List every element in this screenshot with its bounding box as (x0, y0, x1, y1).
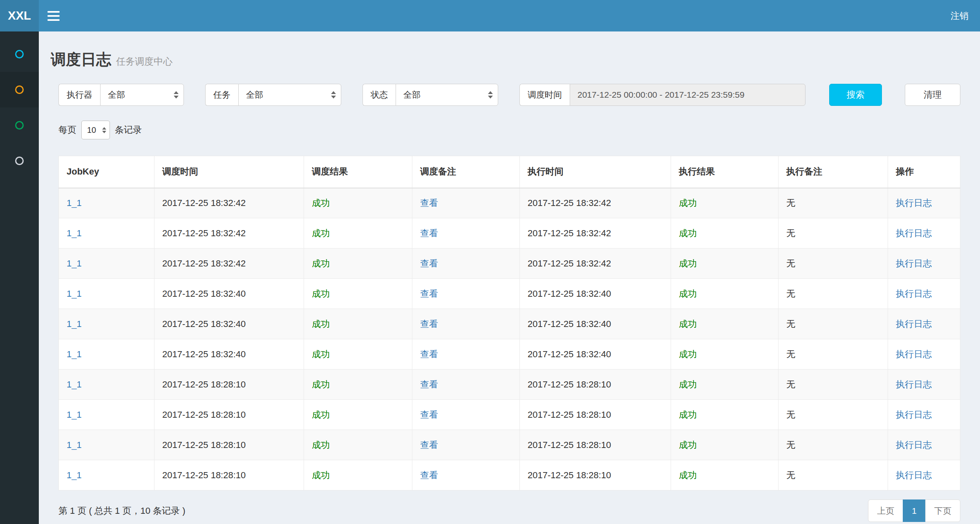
jobkey-link[interactable]: 1_1 (67, 258, 82, 269)
content-body: 执行器 全部 任务 全部 状态 全部 (39, 84, 980, 522)
trigger-msg-view-link[interactable]: 查看 (420, 228, 438, 238)
handle-time-text: 2017-12-25 18:28:10 (528, 410, 611, 420)
current-page-button[interactable]: 1 (903, 499, 926, 522)
handle-result-text-cell: 成功 (671, 249, 779, 279)
trigger-result-text: 成功 (312, 410, 330, 420)
execution-log-link[interactable]: 执行日志 (896, 258, 932, 269)
pagination: 上页 1 下页 (868, 499, 960, 522)
circle-outline-icon (15, 50, 24, 58)
execution-log-link[interactable]: 执行日志 (896, 228, 932, 238)
handle-result-text-cell: 成功 (671, 309, 779, 339)
handle-msg-text-cell: 无 (779, 188, 888, 218)
filter-bar: 执行器 全部 任务 全部 状态 全部 (58, 84, 960, 106)
jobkey-link[interactable]: 1_1 (67, 319, 82, 329)
jobkey-link[interactable]: 1_1 (67, 349, 82, 359)
handle-msg-text: 无 (786, 379, 795, 390)
trigger-result-text-cell: 成功 (304, 279, 412, 309)
trigger-msg-view-link[interactable]: 查看 (420, 470, 438, 480)
column-header-2: 调度时间 (154, 156, 304, 188)
sidebar (0, 31, 39, 524)
trigger-time-range-input[interactable] (570, 84, 805, 106)
execution-log-link[interactable]: 执行日志 (896, 319, 932, 329)
trigger-time-text-cell: 2017-12-25 18:32:40 (154, 339, 304, 369)
column-header-5: 执行时间 (520, 156, 671, 188)
prev-page-button[interactable]: 上页 (868, 499, 903, 522)
trigger-msg-view-link[interactable]: 查看 (420, 410, 438, 420)
table-row: 1_12017-12-25 18:28:10成功查看2017-12-25 18:… (59, 460, 960, 490)
jobkey-link[interactable]: 1_1 (67, 379, 82, 390)
sidebar-item-3[interactable] (0, 107, 39, 143)
table-row: 1_12017-12-25 18:32:40成功查看2017-12-25 18:… (59, 339, 960, 369)
execution-log-link-cell: 执行日志 (888, 339, 960, 369)
sidebar-item-4[interactable] (0, 143, 39, 179)
jobkey-link[interactable]: 1_1 (67, 228, 82, 238)
sidebar-item-2[interactable] (0, 72, 39, 107)
jobkey-link-cell: 1_1 (59, 369, 154, 400)
status-select[interactable]: 全部 (396, 84, 498, 106)
handle-msg-text: 无 (786, 198, 795, 208)
table-footer: 第 1 页 ( 总共 1 页，10 条记录 ) 上页 1 下页 (58, 499, 960, 522)
handle-result-text: 成功 (679, 319, 697, 329)
sidebar-toggle-button[interactable] (39, 0, 68, 31)
execution-log-link[interactable]: 执行日志 (896, 379, 932, 390)
execution-log-link[interactable]: 执行日志 (896, 198, 932, 208)
trigger-result-text: 成功 (312, 289, 330, 299)
sidebar-item-1[interactable] (0, 36, 39, 72)
execution-log-link[interactable]: 执行日志 (896, 289, 932, 299)
trigger-time-filter-group: 调度时间 (519, 84, 805, 106)
execution-log-link[interactable]: 执行日志 (896, 410, 932, 420)
trigger-result-text-cell: 成功 (304, 460, 412, 490)
trigger-time-text: 2017-12-25 18:32:42 (162, 198, 246, 208)
page-size-select[interactable]: 10 (81, 121, 110, 139)
logout-link[interactable]: 注销 (951, 10, 969, 22)
handle-time-text-cell: 2017-12-25 18:28:10 (520, 400, 671, 430)
pagination-summary: 第 1 页 ( 总共 1 页，10 条记录 ) (58, 505, 186, 517)
navbar-content: 注销 (39, 0, 980, 31)
jobkey-link[interactable]: 1_1 (67, 198, 82, 208)
app-logo[interactable]: XXL (0, 0, 39, 31)
handle-result-text-cell: 成功 (671, 369, 779, 400)
search-button[interactable]: 搜索 (829, 84, 882, 106)
trigger-msg-view-link[interactable]: 查看 (420, 258, 438, 269)
jobkey-link-cell: 1_1 (59, 460, 154, 490)
status-filter-group: 状态 全部 (362, 84, 498, 106)
trigger-result-text-cell: 成功 (304, 430, 412, 460)
jobkey-link[interactable]: 1_1 (67, 410, 82, 420)
column-header-7: 执行备注 (779, 156, 888, 188)
trigger-result-text: 成功 (312, 470, 330, 480)
next-page-button[interactable]: 下页 (925, 499, 960, 522)
handle-msg-text: 无 (786, 228, 795, 238)
circle-outline-icon (15, 157, 24, 165)
trigger-result-text-cell: 成功 (304, 369, 412, 400)
column-header-1: JobKey (59, 156, 154, 188)
jobkey-link[interactable]: 1_1 (67, 440, 82, 450)
select-arrows-icon (488, 91, 493, 99)
handle-time-text: 2017-12-25 18:32:40 (528, 349, 611, 359)
trigger-msg-view-link[interactable]: 查看 (420, 319, 438, 329)
jobkey-link[interactable]: 1_1 (67, 470, 82, 480)
trigger-msg-view-link[interactable]: 查看 (420, 379, 438, 390)
trigger-msg-view-link[interactable]: 查看 (420, 349, 438, 359)
trigger-msg-view-link[interactable]: 查看 (420, 289, 438, 299)
trigger-msg-view-link[interactable]: 查看 (420, 440, 438, 450)
handle-time-text-cell: 2017-12-25 18:32:42 (520, 249, 671, 279)
executor-select-value: 全部 (108, 89, 125, 101)
status-filter-label: 状态 (362, 84, 396, 106)
jobkey-link[interactable]: 1_1 (67, 289, 82, 299)
clear-button[interactable]: 清理 (905, 84, 960, 106)
execution-log-link[interactable]: 执行日志 (896, 349, 932, 359)
handle-msg-text-cell: 无 (779, 309, 888, 339)
trigger-result-text: 成功 (312, 198, 330, 208)
trigger-msg-view-link[interactable]: 查看 (420, 198, 438, 208)
job-select[interactable]: 全部 (238, 84, 341, 106)
execution-log-link[interactable]: 执行日志 (896, 470, 932, 480)
trigger-time-filter-label: 调度时间 (519, 84, 570, 106)
executor-select[interactable]: 全部 (100, 84, 184, 106)
trigger-result-text: 成功 (312, 319, 330, 329)
execution-log-link[interactable]: 执行日志 (896, 440, 932, 450)
trigger-result-text-cell: 成功 (304, 188, 412, 218)
trigger-result-text-cell: 成功 (304, 309, 412, 339)
execution-log-link-cell: 执行日志 (888, 400, 960, 430)
handle-msg-text: 无 (786, 349, 795, 359)
handle-msg-text: 无 (786, 470, 795, 480)
